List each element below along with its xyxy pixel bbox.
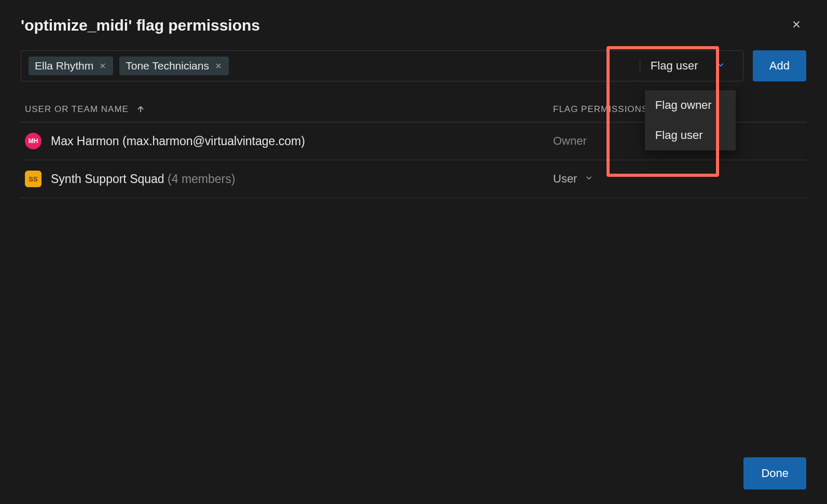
permission-dropdown: Flag owner Flag user [645,90,736,150]
row-name-cell: SS Synth Support Squad (4 members) [25,171,553,187]
row-permission-label: User [553,172,577,186]
permission-select-label: Flag user [651,59,698,73]
add-users-row: Ella Rhythm Tone Technicians Flag user [21,50,806,81]
done-button[interactable]: Done [743,457,806,489]
column-header-label: USER OR TEAM NAME [25,104,129,115]
row-meta: (4 members) [168,172,235,186]
avatar: MH [25,133,42,149]
chevron-down-icon [584,172,594,186]
column-header-label: FLAG PERMISSIONS [553,104,648,114]
permissions-modal: 'optimize_midi' flag permissions Ella Rh… [0,0,827,504]
dropdown-option-flag-owner[interactable]: Flag owner [645,90,736,120]
row-permission-select[interactable]: User [553,172,802,186]
chip-tone-technicians[interactable]: Tone Technicians [119,57,229,75]
avatar: SS [25,171,42,187]
add-button[interactable]: Add [753,50,806,81]
close-icon [791,19,802,32]
user-chip-input[interactable]: Ella Rhythm Tone Technicians Flag user [21,50,743,81]
modal-header: 'optimize_midi' flag permissions [21,15,806,36]
remove-chip-icon[interactable] [99,62,107,70]
column-header-name[interactable]: USER OR TEAM NAME [25,104,553,115]
row-permission-label: Owner [553,134,587,148]
table-row: SS Synth Support Squad (4 members) User [21,160,806,198]
chip-ella-rhythm[interactable]: Ella Rhythm [29,57,113,75]
sort-ascending-icon [136,105,145,114]
row-name-cell: MH Max Harmon (max.harmon@virtualvintage… [25,133,553,149]
chevron-down-icon [716,59,725,73]
close-button[interactable] [787,15,806,36]
row-name-text: Synth Support Squad [51,172,164,186]
remove-chip-icon[interactable] [214,62,223,70]
chip-label: Tone Technicians [126,60,209,72]
permission-select[interactable]: Flag user Flag owner Flag user [640,59,736,73]
modal-footer: Done [21,447,806,489]
modal-title: 'optimize_midi' flag permissions [21,17,260,34]
dropdown-option-flag-user[interactable]: Flag user [645,120,736,150]
chip-label: Ella Rhythm [35,60,93,72]
row-name-text: Max Harmon (max.harmon@virtualvintage.co… [51,134,305,148]
